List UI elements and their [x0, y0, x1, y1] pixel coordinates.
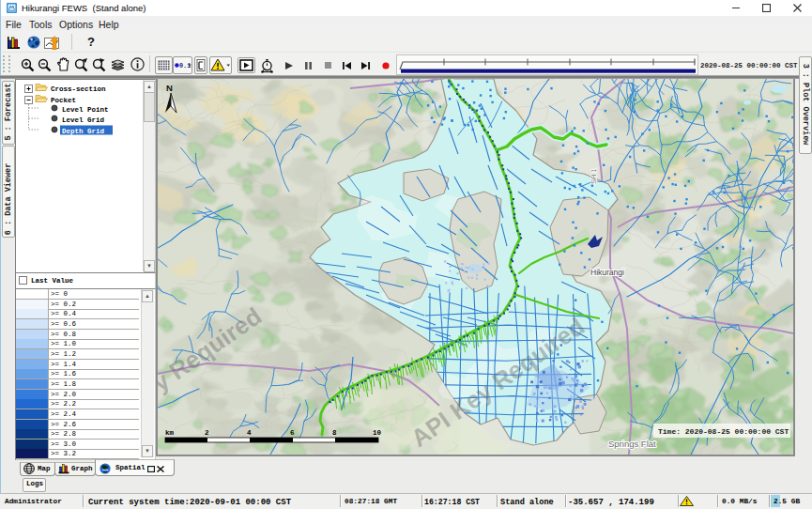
svg-text:0.1: 0.1: [179, 62, 191, 69]
svg-text:N: N: [166, 83, 173, 93]
svg-text:Cross-section: Cross-section: [51, 85, 106, 93]
svg-text:8: 8: [332, 429, 337, 437]
svg-text:4: 4: [247, 429, 252, 437]
svg-text:Pocket: Pocket: [51, 97, 76, 104]
svg-text:Springs Flat: Springs Flat: [608, 439, 656, 449]
svg-text:Hikurangi: Hikurangi: [590, 268, 624, 277]
svg-text:Depth Grid: Depth Grid: [62, 128, 104, 135]
svg-text:SH 1: SH 1: [590, 168, 598, 184]
svg-text:2: 2: [205, 429, 209, 437]
svg-text:Level Point: Level Point: [62, 106, 109, 114]
svg-text:km: km: [165, 429, 175, 437]
svg-text:6: 6: [290, 429, 295, 437]
svg-text:Level Grid: Level Grid: [62, 116, 104, 124]
svg-text:10: 10: [373, 429, 382, 437]
svg-text:Time: 2020-08-25 00:00:00 CST: Time: 2020-08-25 00:00:00 CST: [658, 427, 789, 436]
